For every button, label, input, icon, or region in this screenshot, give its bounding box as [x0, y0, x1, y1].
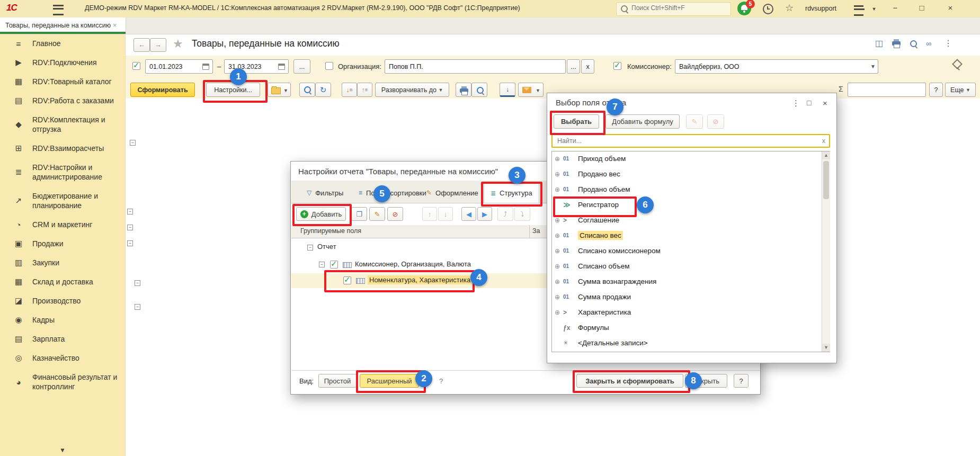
scroll-up-icon[interactable]: ▲ [822, 151, 830, 159]
menu-burger-icon[interactable] [53, 5, 64, 15]
close-icon[interactable]: × [823, 99, 827, 108]
expand-icon[interactable]: ⊕ [551, 309, 563, 316]
calendar-icon[interactable] [278, 64, 285, 70]
edit-pencil-icon[interactable]: ✎ [369, 207, 385, 221]
move-right-icon[interactable]: ▶ [477, 207, 492, 221]
sidebar-item-cart[interactable]: ▥Закупки [0, 253, 125, 272]
sidebar-item-pie[interactable]: ◔CRM и маркетинг [0, 215, 125, 234]
organization-clear-button[interactable]: x [581, 59, 594, 74]
period-checkbox[interactable] [132, 62, 140, 70]
kebab-icon[interactable]: ⋮ [944, 38, 952, 48]
group1-label[interactable]: Комиссионер, Организация, Валюта [355, 260, 471, 268]
kebab-icon[interactable]: ⋮ [792, 99, 800, 108]
sidebar-item-bag[interactable]: ▣Продажи [0, 234, 125, 253]
field-item-ref[interactable]: ⊕>Характеристика [551, 305, 821, 320]
settings-button[interactable]: Настройки... [206, 83, 260, 97]
generate-button[interactable]: Сформировать [130, 83, 195, 97]
field-item-reg[interactable]: ≫Регистратор [551, 197, 821, 212]
expand-icon[interactable]: ⊕ [551, 232, 563, 239]
commissioner-checkbox[interactable] [613, 62, 621, 70]
edit-pencil-icon[interactable]: ✎ [686, 114, 703, 129]
global-search-input[interactable] [630, 4, 728, 12]
field-item-measure[interactable]: ⊕01Продано объем [551, 182, 821, 197]
field-item-measure[interactable]: ⊕01Сумма вознаграждения [551, 274, 821, 289]
refresh-icon[interactable]: ↻ [315, 83, 331, 97]
sidebar-item-sliders[interactable]: ≣RDV:Настройки и администрирование [0, 158, 125, 186]
group1-checkbox[interactable] [330, 261, 338, 269]
expand-icon[interactable]: ⊕ [551, 293, 563, 301]
sidebar-item-person[interactable]: ◉Кадры [0, 310, 125, 329]
sidebar-item-card[interactable]: ▤Зарплата [0, 329, 125, 348]
tree-expander[interactable]: − [307, 245, 313, 251]
sidebar-item-catalog-grid[interactable]: ▦RDV:Товарный каталог [0, 72, 125, 91]
field-item-measure[interactable]: ⊕01Приход объем [551, 151, 821, 166]
view-help-mark[interactable]: ? [439, 377, 443, 385]
field-item-measure[interactable]: ⊕01Сумма продажи [551, 289, 821, 305]
row-expander[interactable]: − [135, 280, 140, 286]
sidebar-item-home-menu[interactable]: ≡Главное [0, 34, 125, 53]
favorite-star-icon[interactable]: ★ [173, 37, 183, 51]
field-item-star[interactable]: ✳<Детальные записи> [551, 335, 821, 351]
scroll-thumb[interactable] [823, 161, 829, 199]
close-icon[interactable]: × [944, 3, 957, 12]
tab-filters[interactable]: ▽Фильтры [300, 183, 350, 203]
sort-desc-icon[interactable]: ↓≡ [342, 83, 357, 97]
field-search-input[interactable] [556, 137, 813, 145]
favorites-star-icon[interactable]: ☆ [783, 2, 796, 14]
maximize-icon[interactable]: □ [807, 99, 811, 107]
sidebar-item-finance[interactable]: ◕Финансовый результат и контроллинг [0, 368, 125, 396]
report-save-icon[interactable]: ◫ [875, 38, 883, 48]
clear-icon[interactable]: x [822, 137, 825, 145]
expand-icon[interactable]: ⊕ [551, 217, 563, 224]
sort-asc-icon[interactable]: ↑≡ [357, 83, 372, 97]
add-button[interactable]: +Добавить [296, 207, 346, 221]
current-user[interactable]: rdvsupport [805, 5, 836, 12]
organization-field[interactable]: Попов П.П. [385, 59, 566, 74]
field-item-ref[interactable]: ⊕>Соглашение [551, 212, 821, 228]
print-button[interactable] [456, 83, 471, 97]
sidebar-item-treasury[interactable]: ◎Казначейство [0, 348, 125, 368]
sidebar-item-warehouse[interactable]: ▦Склад и доставка [0, 272, 125, 291]
minimize-icon[interactable]: − [889, 3, 902, 12]
expand-icon[interactable]: ⊕ [551, 171, 563, 178]
dialog-help-button[interactable]: ? [734, 374, 749, 388]
group2-label[interactable]: Номенклатура, Характеристика [368, 275, 472, 284]
row-expander[interactable]: − [135, 304, 140, 310]
move-up-icon[interactable]: ↑ [422, 207, 437, 221]
report-variants-button[interactable]: ▼ [268, 83, 291, 97]
row-expander[interactable]: − [127, 209, 133, 214]
sidebar-item-orders-doc[interactable]: ▤RDV:Работа с заказами [0, 91, 125, 110]
move-left-icon[interactable]: ◀ [461, 207, 476, 221]
report-collapse-box[interactable]: − [130, 140, 136, 146]
main-menu-icon[interactable] [854, 5, 863, 16]
mail-button[interactable]: ▼ [518, 83, 544, 97]
row-expander[interactable]: − [127, 240, 133, 246]
field-search[interactable]: x [551, 134, 830, 148]
group2-checkbox[interactable] [343, 276, 351, 284]
move-down-icon[interactable]: ↓ [438, 207, 453, 221]
view-advanced-button[interactable]: Расширенный [360, 374, 419, 388]
download-icon[interactable]: ↓ [500, 83, 515, 97]
maximize-icon[interactable]: □ [915, 3, 928, 12]
tab-structure[interactable]: ≣Структура [484, 183, 539, 203]
move-out-group-icon[interactable]: ⤵ [514, 207, 530, 221]
global-search[interactable] [616, 2, 731, 16]
view-simple-button[interactable]: Простой [318, 374, 357, 388]
sidebar-item-shipping[interactable]: ◆RDV:Комплектация и отгрузка [0, 110, 125, 139]
period-from-field[interactable]: 01.01.2023 [145, 59, 213, 74]
expand-to-button[interactable]: Разворачивать до ▼ [375, 83, 449, 97]
sum-field[interactable] [848, 83, 926, 97]
scroll-down-icon[interactable]: ▼ [822, 344, 830, 352]
tab-close-icon[interactable]: × [113, 21, 117, 29]
select-button[interactable]: Выбрать [554, 114, 599, 129]
scrollbar[interactable]: ▲ ▼ [822, 151, 830, 352]
history-clock-icon[interactable] [763, 4, 773, 14]
sidebar-item-calculator[interactable]: ⊞RDV:Взаиморасчеты [0, 139, 125, 158]
field-item-measure[interactable]: ⊕01Списано вес [551, 228, 821, 243]
expand-icon[interactable]: ⊕ [551, 155, 563, 163]
organization-more-button[interactable]: ... [567, 59, 580, 74]
field-item-measure[interactable]: ⊕01Списано комиссионером [551, 243, 821, 258]
preview-button[interactable] [471, 83, 487, 97]
field-item-measure[interactable]: ⊕01Списано объем [551, 258, 821, 274]
sidebar-item-factory[interactable]: ◪Производство [0, 291, 125, 310]
